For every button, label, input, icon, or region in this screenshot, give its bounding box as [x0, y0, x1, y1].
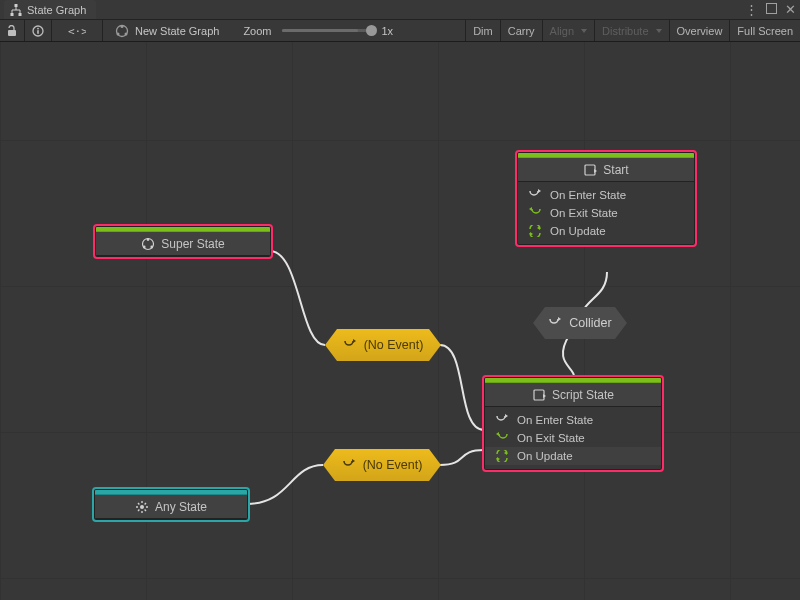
script-state-icon	[532, 388, 546, 402]
window-title: State Graph	[27, 4, 86, 16]
node-row-enter[interactable]: On Enter State	[518, 186, 694, 204]
node-header[interactable]: Super State	[96, 232, 270, 256]
lock-open-icon	[7, 25, 17, 37]
node-rows: On Enter State On Exit State On Update	[485, 407, 661, 469]
variables-icon: <·>	[68, 25, 86, 37]
transition-icon	[548, 317, 562, 329]
exit-icon	[528, 207, 542, 219]
zoom-slider[interactable]	[282, 29, 372, 32]
node-row-enter[interactable]: On Enter State	[485, 411, 661, 429]
exit-icon	[495, 432, 509, 444]
super-state-icon	[141, 237, 155, 251]
node-row-exit[interactable]: On Exit State	[518, 204, 694, 222]
editor-toolbar: <·> New State Graph Zoom 1x Dim Carry Al…	[0, 20, 800, 42]
svg-point-17	[140, 505, 144, 509]
row-label: On Enter State	[550, 189, 626, 201]
svg-rect-0	[15, 4, 18, 7]
any-state-icon	[135, 500, 149, 514]
row-label: On Exit State	[517, 432, 585, 444]
zoom-control: Zoom 1x	[233, 25, 403, 37]
script-state-icon	[583, 163, 597, 177]
svg-point-14	[147, 238, 150, 241]
node-title: Super State	[161, 237, 224, 251]
svg-rect-18	[585, 165, 595, 175]
svg-point-15	[143, 245, 146, 248]
node-header[interactable]: Any State	[95, 495, 247, 519]
node-title: Any State	[155, 500, 207, 514]
svg-point-12	[125, 32, 128, 35]
row-label: On Enter State	[517, 414, 593, 426]
svg-point-10	[121, 25, 124, 28]
zoom-label: Zoom	[243, 25, 271, 37]
svg-point-11	[117, 32, 120, 35]
transition-label: (No Event)	[363, 458, 423, 472]
enter-icon	[528, 189, 542, 201]
node-any-state[interactable]: Any State	[94, 489, 248, 520]
info-button[interactable]	[25, 20, 52, 41]
svg-point-6	[37, 27, 39, 29]
node-row-update[interactable]: On Update	[485, 447, 661, 465]
transition-no-event-2[interactable]: (No Event)	[323, 449, 441, 481]
breadcrumb-label: New State Graph	[135, 25, 219, 37]
overview-button[interactable]: Overview	[669, 20, 730, 41]
lock-button[interactable]	[0, 20, 25, 41]
enter-icon	[495, 414, 509, 426]
transition-collider[interactable]: Collider	[533, 307, 627, 339]
breadcrumb[interactable]: New State Graph	[103, 20, 233, 41]
node-script-state[interactable]: Script State On Enter State On Exit Stat…	[484, 377, 662, 470]
svg-rect-4	[8, 30, 16, 36]
node-row-update[interactable]: On Update	[518, 222, 694, 240]
transition-label: Collider	[569, 316, 611, 330]
window-titlebar: State Graph ⋮ ✕	[0, 0, 800, 20]
svg-rect-19	[534, 390, 544, 400]
svg-rect-7	[37, 30, 39, 34]
state-graph-icon	[10, 4, 22, 16]
row-label: On Update	[550, 225, 606, 237]
align-dropdown[interactable]: Align	[542, 20, 594, 41]
svg-rect-2	[19, 13, 22, 16]
node-header[interactable]: Start	[518, 158, 694, 182]
transition-icon	[342, 459, 356, 471]
svg-rect-3	[767, 4, 777, 14]
fullscreen-button[interactable]: Full Screen	[729, 20, 800, 41]
window-tab[interactable]: State Graph	[4, 0, 96, 19]
update-icon	[528, 225, 542, 237]
row-label: On Update	[517, 450, 573, 462]
chevron-down-icon	[581, 29, 587, 33]
carry-button[interactable]: Carry	[500, 20, 542, 41]
svg-rect-1	[11, 13, 14, 16]
transition-label: (No Event)	[364, 338, 424, 352]
window-popout-icon[interactable]	[766, 2, 777, 17]
svg-text:<·>: <·>	[68, 25, 86, 37]
svg-point-16	[151, 245, 154, 248]
node-header[interactable]: Script State	[485, 383, 661, 407]
node-start[interactable]: Start On Enter State On Exit State On Up…	[517, 152, 695, 245]
graph-canvas[interactable]: Super State Any State Start On Enter Sta…	[0, 42, 800, 600]
chevron-down-icon	[656, 29, 662, 33]
node-super-state[interactable]: Super State	[95, 226, 271, 257]
node-title: Start	[603, 163, 628, 177]
state-graph-small-icon	[115, 24, 129, 38]
transition-icon	[343, 339, 357, 351]
node-row-exit[interactable]: On Exit State	[485, 429, 661, 447]
window-menu-icon[interactable]: ⋮	[745, 2, 758, 17]
node-title: Script State	[552, 388, 614, 402]
variables-button[interactable]: <·>	[52, 20, 103, 41]
info-icon	[32, 25, 44, 37]
update-icon	[495, 450, 509, 462]
dim-button[interactable]: Dim	[465, 20, 500, 41]
transition-no-event-1[interactable]: (No Event)	[325, 329, 441, 361]
window-close-icon[interactable]: ✕	[785, 2, 796, 17]
row-label: On Exit State	[550, 207, 618, 219]
distribute-dropdown[interactable]: Distribute	[594, 20, 668, 41]
node-rows: On Enter State On Exit State On Update	[518, 182, 694, 244]
zoom-value: 1x	[382, 25, 394, 37]
